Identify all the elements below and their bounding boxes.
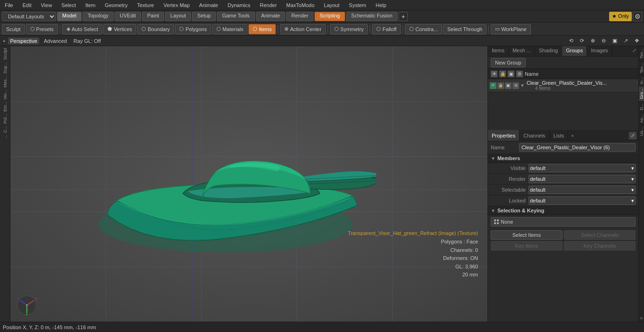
menu-select[interactable]: Select xyxy=(57,1,81,9)
sidebar-dup[interactable]: Dup... xyxy=(2,61,8,74)
boundary-button[interactable]: ⬡ Boundary xyxy=(137,24,174,34)
sculpt-button[interactable]: Sculpt xyxy=(2,24,25,34)
maximize-button[interactable]: ↗ xyxy=(622,37,630,44)
menu-view[interactable]: View xyxy=(36,1,57,9)
action-center-button[interactable]: ⊕ Action Center xyxy=(280,24,326,34)
props-icon-1[interactable]: ⤢ xyxy=(629,132,636,139)
viewport[interactable]: Transparent_Visor_Hat_green_Refract (Ima… xyxy=(10,46,487,322)
tab-shading[interactable]: Shading xyxy=(535,46,562,56)
layout-dropdown[interactable]: Default Layouts xyxy=(2,12,56,21)
menu-animate[interactable]: Animate xyxy=(194,1,223,9)
tab-images[interactable]: Images xyxy=(587,46,612,56)
group-expand-arrow[interactable]: ▼ xyxy=(520,83,525,88)
tab-mesh[interactable]: Mesh ... xyxy=(509,46,535,56)
frame-button[interactable]: ▣ xyxy=(611,37,619,44)
tab-groups[interactable]: Groups xyxy=(562,46,587,56)
menu-maxtomodo[interactable]: MaxToModo xyxy=(281,1,319,9)
selection-keying-header[interactable]: ▼ Selection & Keying xyxy=(488,206,638,215)
locked-dropdown[interactable]: default ▾ xyxy=(528,196,636,205)
tab-layout[interactable]: Layout xyxy=(165,12,191,21)
menu-vertex-map[interactable]: Vertex Map xyxy=(159,1,195,9)
group-eye-icon[interactable]: 👁 xyxy=(490,82,496,89)
tab-animate[interactable]: Animate xyxy=(256,12,285,21)
items-button[interactable]: ⬡ Items xyxy=(248,24,276,34)
menu-edit[interactable]: Edit xyxy=(18,1,36,9)
tab-properties[interactable]: Properties xyxy=(488,130,520,141)
sidebar-mes[interactable]: Mes... xyxy=(2,75,8,89)
ray-gl-button[interactable]: Ray GL: Off xyxy=(72,38,103,44)
advanced-button[interactable]: Advanced xyxy=(42,38,69,44)
menu-layout[interactable]: Layout xyxy=(319,1,344,9)
tab-scripting[interactable]: Scripting xyxy=(314,12,345,21)
tab-lists[interactable]: Lists xyxy=(550,130,569,141)
tab-render[interactable]: Render xyxy=(286,12,314,21)
sidebar-sculpt[interactable]: Sculpt xyxy=(2,47,8,61)
menu-file[interactable]: File xyxy=(0,1,18,9)
tab-items[interactable]: Items xyxy=(488,46,509,56)
tab-game-tools[interactable]: Game Tools xyxy=(217,12,255,21)
falloff-button[interactable]: ⬡ Falloff xyxy=(372,24,401,34)
none-button[interactable]: None xyxy=(491,217,636,227)
tab-topology[interactable]: Topology xyxy=(83,12,114,21)
sidebar-c[interactable]: C... xyxy=(2,125,8,134)
menu-help[interactable]: Help xyxy=(371,1,391,9)
eye-icon[interactable]: 👁 xyxy=(491,71,497,77)
zoom-in-button[interactable]: ⊕ xyxy=(589,37,597,44)
symmetry-button[interactable]: ⬡ Symmetry xyxy=(330,24,368,34)
tab-uvedit[interactable]: UVEdit xyxy=(115,12,141,21)
edge-tab-d[interactable]: D... xyxy=(639,101,644,112)
edge-tab-as[interactable]: As... xyxy=(639,112,644,125)
polygons-button[interactable]: ⬡ Polygons xyxy=(175,24,211,34)
key-items-button[interactable]: Key Items xyxy=(491,241,562,251)
edge-expand-button[interactable]: » xyxy=(639,315,644,322)
options-button[interactable]: ❖ xyxy=(633,37,641,44)
sidebar-misc[interactable]: ... xyxy=(2,134,8,140)
tab-setup[interactable]: Setup xyxy=(192,12,216,21)
tab-model[interactable]: Model xyxy=(57,12,82,21)
auto-select-button[interactable]: ◈ Auto Select xyxy=(62,24,102,34)
tab-paint[interactable]: Paint xyxy=(142,12,164,21)
group-render-icon[interactable]: ▣ xyxy=(505,82,512,89)
group-lock-icon[interactable]: 🔒 xyxy=(497,82,504,89)
rotate-right-button[interactable]: ⟳ xyxy=(578,37,586,44)
tab-channels[interactable]: Channels xyxy=(520,130,549,141)
materials-button[interactable]: ⬡ Materials xyxy=(212,24,248,34)
menu-item[interactable]: Item xyxy=(81,1,100,9)
render-icon[interactable]: ▣ xyxy=(508,71,514,77)
edge-tab-us[interactable]: Us... xyxy=(639,125,644,138)
settings-small-icon[interactable]: ⚙ xyxy=(516,71,523,77)
constraints-button[interactable]: ⬡ Constra... xyxy=(405,24,442,34)
edge-tab-tex1[interactable]: Tex... xyxy=(639,46,644,61)
edge-tab-tex2[interactable]: Tex... xyxy=(639,61,644,75)
visible-dropdown[interactable]: default ▾ xyxy=(528,164,636,172)
new-group-button[interactable]: New Group xyxy=(491,58,526,67)
render-dropdown[interactable]: default ▾ xyxy=(528,175,636,183)
tab-schematic-fusion[interactable]: Schematic Fusion xyxy=(346,12,397,21)
select-channels-button[interactable]: Select Channels xyxy=(564,230,636,240)
edge-tab-in[interactable]: In... xyxy=(639,75,644,86)
name-input[interactable] xyxy=(519,143,636,152)
menu-system[interactable]: System xyxy=(344,1,371,9)
perspective-button[interactable]: Perspective xyxy=(8,38,39,44)
menu-geometry[interactable]: Geometry xyxy=(100,1,132,9)
sidebar-pol[interactable]: Pol... xyxy=(2,113,8,125)
menu-dynamics[interactable]: Dynamics xyxy=(223,1,255,9)
lock-icon[interactable]: 🔒 xyxy=(499,71,506,77)
workplane-button[interactable]: ▭ WorkPlane xyxy=(491,24,531,34)
edge-tab-gro[interactable]: Gro... xyxy=(639,86,644,101)
rotate-left-button[interactable]: ⟲ xyxy=(567,37,575,44)
selectable-dropdown[interactable]: default ▾ xyxy=(528,186,636,194)
key-channels-button[interactable]: Key Channels xyxy=(564,241,636,251)
vertices-button[interactable]: ⬟ Vertices xyxy=(103,24,136,34)
sidebar-em[interactable]: Em... xyxy=(2,101,8,113)
expand-icon[interactable]: ⤢ xyxy=(630,46,638,56)
menu-render[interactable]: Render xyxy=(255,1,281,9)
members-section-header[interactable]: ▼ Members xyxy=(488,154,638,163)
tab-add-button[interactable]: + xyxy=(568,132,577,139)
presets-button[interactable]: ⬡ Presets xyxy=(26,24,58,34)
select-items-button[interactable]: Select Items xyxy=(491,230,562,240)
layout-add-button[interactable]: + xyxy=(398,12,408,21)
menu-texture[interactable]: Texture xyxy=(132,1,159,9)
zoom-out-button[interactable]: ⊖ xyxy=(600,37,608,44)
sidebar-ver[interactable]: Ver... xyxy=(2,89,8,101)
